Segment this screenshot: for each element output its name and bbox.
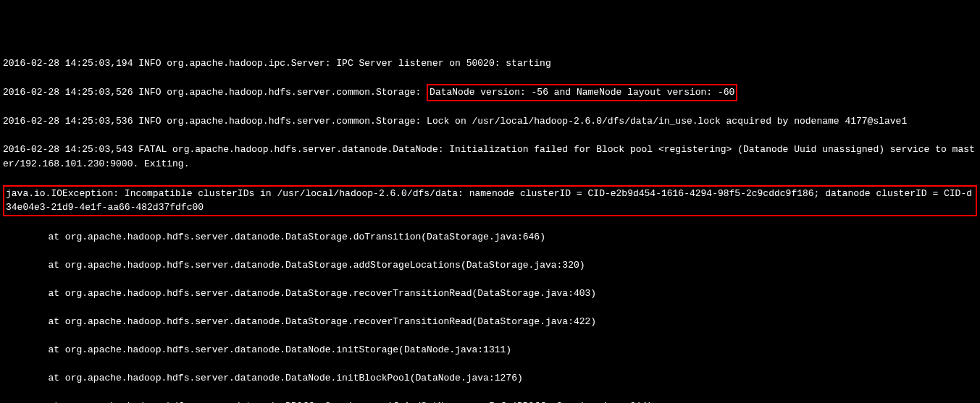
log-line: 2016-02-28 14:25:03,536 INFO org.apache.… xyxy=(3,114,977,129)
stack-trace-line: at org.apache.hadoop.hdfs.server.datanod… xyxy=(3,315,977,329)
log-prefix: 2016-02-28 14:25:03,526 INFO org.apache.… xyxy=(3,87,427,98)
log-line: 2016-02-28 14:25:03,526 INFO org.apache.… xyxy=(3,85,977,101)
highlight-version-mismatch: DataNode version: -56 and NameNode layou… xyxy=(427,84,737,101)
stack-trace-line: at org.apache.hadoop.hdfs.server.datanod… xyxy=(3,258,977,273)
log-line-fatal: 2016-02-28 14:25:03,543 FATAL org.apache… xyxy=(3,143,977,171)
stack-trace-line: at org.apache.hadoop.hdfs.server.datanod… xyxy=(3,399,977,403)
log-line: 2016-02-28 14:25:03,194 INFO org.apache.… xyxy=(3,56,977,71)
stack-trace-line: at org.apache.hadoop.hdfs.server.datanod… xyxy=(3,343,977,357)
stack-trace-line: at org.apache.hadoop.hdfs.server.datanod… xyxy=(3,230,977,245)
highlight-exception: java.io.IOException: Incompatible cluste… xyxy=(3,185,977,216)
stack-trace-line: at org.apache.hadoop.hdfs.server.datanod… xyxy=(3,287,977,301)
stack-trace-line: at org.apache.hadoop.hdfs.server.datanod… xyxy=(3,371,977,386)
